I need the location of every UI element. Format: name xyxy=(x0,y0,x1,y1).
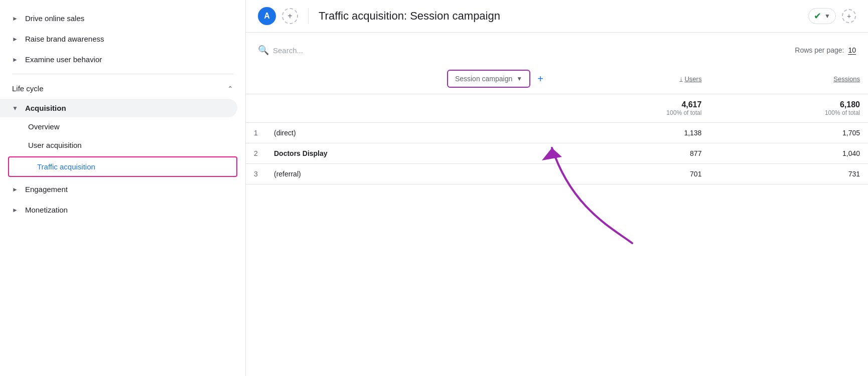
row-sessions: 1,705 xyxy=(709,123,868,143)
row-users: 701 xyxy=(551,164,710,184)
session-campaign-dropdown[interactable]: Session campaign ▼ xyxy=(447,70,530,88)
row-sessions: 731 xyxy=(709,164,868,184)
add-tab-button[interactable]: + xyxy=(282,8,298,24)
search-box: 🔍 Search... xyxy=(258,45,303,56)
chevron-down-icon: ▼ xyxy=(12,105,18,112)
table-row: 3 (referral) 701 731 xyxy=(246,164,868,184)
status-badge[interactable]: ✔ ▼ xyxy=(808,8,836,24)
users-column-header[interactable]: ↓ Users xyxy=(551,64,710,94)
row-rank: 2 xyxy=(246,143,266,164)
chevron-right-icon: ► xyxy=(12,186,18,193)
row-rank: 1 xyxy=(246,123,266,143)
row-users: 1,138 xyxy=(551,123,710,143)
sidebar-item-examine-user-behavior[interactable]: ► Examine user behavior xyxy=(0,49,245,70)
sidebar-item-traffic-acquisition-wrapper: Traffic acquisition xyxy=(0,155,245,178)
sidebar-item-monetization[interactable]: ► Monetization xyxy=(0,200,245,220)
data-table: Session campaign ▼ + ↓ Users Ses xyxy=(246,64,868,184)
sidebar-item-traffic-acquisition[interactable]: Traffic acquisition xyxy=(8,156,237,177)
sidebar-item-acquisition[interactable]: ▼ Acquisition xyxy=(0,99,237,117)
page-title: Traffic acquisition: Session campaign xyxy=(319,10,802,23)
chevron-right-icon: ► xyxy=(12,56,18,63)
avatar: A xyxy=(258,7,276,25)
rows-per-page-value[interactable]: 10 xyxy=(848,46,856,55)
sidebar-item-drive-online-sales[interactable]: ► Drive online sales xyxy=(0,8,245,29)
totals-row: 4,617 100% of total 6,180 100% of total xyxy=(246,94,868,123)
sidebar-divider xyxy=(12,74,233,74)
total-users-cell: 4,617 100% of total xyxy=(551,94,710,123)
sidebar-item-overview[interactable]: Overview xyxy=(0,117,245,136)
sidebar-item-engagement[interactable]: ► Engagement xyxy=(0,179,245,200)
chevron-right-icon: ► xyxy=(12,15,18,22)
sidebar: ► Drive online sales ► Raise brand aware… xyxy=(0,0,246,376)
rows-per-page-control: Rows per page: 10 xyxy=(795,46,856,55)
header: A + Traffic acquisition: Session campaig… xyxy=(246,0,868,33)
sidebar-item-raise-brand-awareness[interactable]: ► Raise brand awareness xyxy=(0,29,245,49)
row-users: 877 xyxy=(551,143,710,164)
table-row: 2 Doctors Display 877 1,040 xyxy=(246,143,868,164)
row-name: Doctors Display xyxy=(266,143,551,164)
search-input[interactable]: Search... xyxy=(273,46,303,55)
row-sessions: 1,040 xyxy=(709,143,868,164)
table-row: 1 (direct) 1,138 1,705 xyxy=(246,123,868,143)
sessions-column-header[interactable]: Sessions xyxy=(709,64,868,94)
add-report-button[interactable]: + xyxy=(842,9,856,23)
chevron-right-icon: ► xyxy=(12,36,18,43)
header-divider xyxy=(308,8,309,24)
chevron-down-icon: ▼ xyxy=(516,75,522,82)
chevron-up-icon: ⌃ xyxy=(227,85,233,93)
row-name: (referral) xyxy=(266,164,551,184)
row-rank: 3 xyxy=(246,164,266,184)
sort-down-icon: ↓ xyxy=(679,75,682,82)
sidebar-item-user-acquisition[interactable]: User acquisition xyxy=(0,136,245,154)
table-toolbar: 🔍 Search... Rows per page: 10 xyxy=(246,41,868,64)
check-circle-icon: ✔ xyxy=(814,11,821,22)
lifecycle-section-header[interactable]: Life cycle ⌃ xyxy=(0,78,245,99)
total-sessions-cell: 6,180 100% of total xyxy=(709,94,868,123)
dimension-column-header: Session campaign ▼ + xyxy=(246,64,551,94)
main-content: A + Traffic acquisition: Session campaig… xyxy=(246,0,868,376)
table-area: 🔍 Search... Rows per page: 10 Session ca… xyxy=(246,33,868,376)
chevron-down-icon: ▼ xyxy=(824,13,830,20)
chevron-right-icon: ► xyxy=(12,207,18,214)
search-icon: 🔍 xyxy=(258,45,269,56)
row-name: (direct) xyxy=(266,123,551,143)
add-dimension-button[interactable]: + xyxy=(537,73,543,85)
